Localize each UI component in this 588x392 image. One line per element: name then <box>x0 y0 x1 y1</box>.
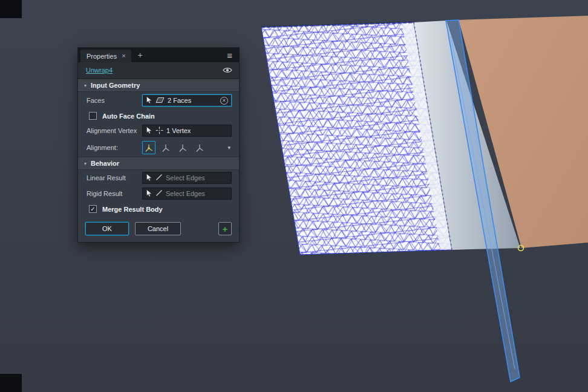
rigid-result-placeholder: Select Edges <box>166 190 205 197</box>
merge-result-body-checkbox[interactable]: ✓ <box>89 205 97 213</box>
feature-name-link[interactable]: Unwrap4 <box>86 67 113 74</box>
alignment-option-1-button[interactable] <box>142 141 155 154</box>
triad-icon <box>161 143 171 152</box>
linear-result-placeholder: Select Edges <box>166 174 205 181</box>
panel-menu-icon[interactable]: ≡ <box>220 48 239 62</box>
edge-icon <box>155 189 163 198</box>
face-icon <box>155 97 165 105</box>
triad-icon <box>144 143 154 152</box>
section-behavior[interactable]: ▾ Behavior <box>78 157 239 170</box>
properties-panel: Properties × + ≡ Unwrap4 ▾ Input Geometr… <box>77 47 240 243</box>
check-icon: ✓ <box>90 206 95 212</box>
rigid-result-label: Rigid Result <box>87 190 142 197</box>
section-behavior-title: Behavior <box>91 160 119 167</box>
add-feature-button[interactable]: + <box>218 222 232 235</box>
edge-icon <box>155 174 163 182</box>
faces-selection-box[interactable]: 2 Faces × <box>142 94 232 106</box>
cursor-icon <box>146 96 152 105</box>
toolbar-fragment-top-left <box>0 0 22 18</box>
cursor-icon <box>146 174 152 183</box>
alignment-vertex-value: 1 Vertex <box>166 127 191 134</box>
add-tab-button[interactable]: + <box>131 48 149 62</box>
linear-result-label: Linear Result <box>87 174 142 181</box>
alignment-option-3-button[interactable] <box>176 141 189 154</box>
section-collapse-icon[interactable]: ▾ <box>84 83 87 88</box>
faces-label: Faces <box>87 97 142 104</box>
section-collapse-icon[interactable]: ▾ <box>84 161 87 166</box>
cursor-icon <box>146 126 152 136</box>
vertex-crosshair-icon <box>155 126 163 136</box>
tab-properties-label: Properties <box>87 53 117 60</box>
toolbar-fragment-bottom-left <box>0 374 22 392</box>
alignment-dropdown-icon[interactable]: ▾ <box>227 145 232 151</box>
alignment-vertex-selection-box[interactable]: 1 Vertex <box>142 125 232 137</box>
auto-face-chain-label: Auto Face Chain <box>102 113 155 120</box>
ok-button[interactable]: OK <box>85 222 129 235</box>
tab-properties[interactable]: Properties × <box>80 50 131 62</box>
cancel-button[interactable]: Cancel <box>135 222 181 235</box>
cursor-icon <box>146 189 152 198</box>
linear-result-row: Linear Result Select Edges <box>78 170 239 186</box>
alignment-vertex-row: Alignment Vertex 1 Vertex <box>78 123 239 139</box>
alignment-option-4-button[interactable] <box>193 141 206 154</box>
clear-selection-button[interactable]: × <box>220 97 228 105</box>
alignment-row: Alignment: <box>78 139 239 157</box>
merge-result-body-label: Merge Result Body <box>102 206 163 213</box>
merge-result-body-row: ✓ Merge Result Body <box>78 201 239 217</box>
rigid-result-selection-box[interactable]: Select Edges <box>142 188 232 200</box>
alignment-option-2-button[interactable] <box>159 141 172 154</box>
panel-button-row: OK Cancel + <box>78 217 239 242</box>
linear-result-selection-box[interactable]: Select Edges <box>142 172 232 184</box>
feature-name-row: Unwrap4 <box>78 62 239 79</box>
application-window: Properties × + ≡ Unwrap4 ▾ Input Geometr… <box>0 0 588 392</box>
clear-icon: × <box>223 97 226 103</box>
faces-row: Faces 2 Faces × <box>78 92 239 109</box>
section-input-geometry-title: Input Geometry <box>91 82 140 89</box>
triad-icon <box>178 143 188 152</box>
alignment-label: Alignment: <box>87 144 142 151</box>
section-input-geometry[interactable]: ▾ Input Geometry <box>78 79 239 92</box>
auto-face-chain-checkbox[interactable] <box>89 112 97 120</box>
triad-icon <box>195 143 204 152</box>
alignment-options: ▾ <box>142 141 232 154</box>
faces-value: 2 Faces <box>168 97 191 104</box>
tab-close-icon[interactable]: × <box>122 53 125 59</box>
panel-titlebar: Properties × + ≡ <box>78 48 239 62</box>
visibility-eye-icon[interactable] <box>223 67 232 74</box>
auto-face-chain-row: Auto Face Chain <box>78 109 239 123</box>
alignment-vertex-label: Alignment Vertex <box>87 127 142 134</box>
rigid-result-row: Rigid Result Select Edges <box>78 186 239 201</box>
